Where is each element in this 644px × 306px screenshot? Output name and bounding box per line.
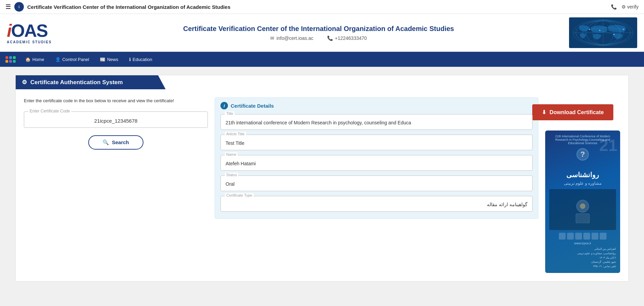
section-top-row: ⚙ Certificate Authentication System <box>16 75 628 89</box>
header: iOAS ACADEMIC STUDIES Certificate Verifi… <box>0 14 644 52</box>
search-icon: 🔍 <box>103 139 109 146</box>
email-icon: ✉ <box>270 35 274 41</box>
svg-point-1 <box>573 20 633 46</box>
field-label-name: Name <box>225 152 237 156</box>
control-panel-icon: 👤 <box>55 57 61 62</box>
section-title-text: Certificate Authentication System <box>30 79 123 86</box>
instructions-text: Enter the certificate code in the box be… <box>24 97 208 105</box>
svg-point-10 <box>613 34 615 35</box>
svg-point-12 <box>623 29 624 30</box>
side-area: ⬇ Download Certificate 21th Internationa… <box>545 97 620 273</box>
hamburger-icon[interactable]: ☰ <box>5 3 11 11</box>
download-icon: ⬇ <box>542 109 546 116</box>
verify-icon[interactable]: ⚙ verify <box>622 4 639 10</box>
org-logo-small: i <box>14 2 24 12</box>
right-panel: i Certificate Details Title 21th interna… <box>215 97 538 273</box>
svg-line-8 <box>600 30 614 34</box>
field-label-cert-type: Certificate Type <box>225 193 254 197</box>
email-contact: ✉ info@cert.ioas.ac <box>270 35 313 41</box>
top-bar: ☰ i Certificate Verification Center of t… <box>0 0 644 14</box>
cert-details-box: i Certificate Details Title 21th interna… <box>215 97 538 219</box>
poster-url: www.icpce.ir <box>549 242 616 245</box>
search-button[interactable]: 🔍 Search <box>88 135 143 150</box>
nav-item-education[interactable]: ℹ Education <box>124 53 157 65</box>
poster-logos <box>549 233 616 240</box>
logo-o: O <box>11 21 24 41</box>
field-value-cert-type: گواهینامه ارائه مقاله <box>226 202 527 207</box>
field-article-title: Article Title Test Title <box>220 135 533 150</box>
logo-text: iOAS <box>7 22 47 40</box>
top-bar-icons: 📞 ⚙ verify <box>611 4 639 10</box>
svg-line-6 <box>589 28 608 29</box>
header-center: Certificate Verification Center of the I… <box>68 25 569 41</box>
question-mark: ? <box>577 148 589 160</box>
logo-area: iOAS ACADEMIC STUDIES <box>7 22 68 44</box>
cert-code-field: Enter Certificate Code <box>24 111 208 128</box>
svg-point-9 <box>599 30 600 31</box>
field-label-status: Status <box>225 173 238 177</box>
header-contacts: ✉ info@cert.ioas.ac 📞 +12246333470 <box>270 35 367 41</box>
field-label-title: Title <box>225 111 234 116</box>
conference-poster: 21th International Conference of Modern … <box>545 131 620 273</box>
news-icon: 📰 <box>100 57 105 62</box>
nav-item-home[interactable]: 🏠 Home <box>20 53 49 65</box>
field-value-status: Oral <box>226 181 527 187</box>
education-icon: ℹ <box>129 57 131 62</box>
cert-code-input[interactable] <box>29 118 203 124</box>
cert-code-label: Enter Certificate Code <box>28 109 71 113</box>
navigation: 🏠 Home 👤 Control Panel 📰 News ℹ Educatio… <box>0 52 644 67</box>
phone-contact-icon: 📞 <box>327 35 333 41</box>
cert-auth-section: ⚙ Certificate Authentication System Ente… <box>15 75 629 281</box>
poster-details-fa: کنفرانس بین المللی روانشناسی، مشاوره و ع… <box>549 247 616 269</box>
nav-dots-decoration <box>5 56 16 63</box>
logo-subtitle: ACADEMIC STUDIES <box>7 40 52 44</box>
field-value-article-title: Test Title <box>226 140 527 146</box>
poster-number: 21 <box>599 137 617 154</box>
main-content: ⚙ Certificate Authentication System Ente… <box>5 67 639 296</box>
world-map-image <box>569 17 637 48</box>
home-icon: 🏠 <box>25 57 31 62</box>
logo-i: i <box>7 21 11 41</box>
info-icon: i <box>220 102 228 109</box>
phone-contact: 📞 +12246333470 <box>327 35 367 41</box>
svg-line-7 <box>608 28 624 29</box>
top-right-area: ⬇ Download Certificate <box>545 97 620 127</box>
header-main-title: Certificate Verification Center of the I… <box>183 25 454 33</box>
field-value-title: 21th international conference of Modern … <box>226 120 527 125</box>
field-title: Title 21th international conference of M… <box>220 114 533 130</box>
section-title-bar: ⚙ Certificate Authentication System <box>16 75 166 89</box>
logo-s: S <box>36 21 47 41</box>
gear-icon: ⚙ <box>622 4 626 10</box>
download-certificate-button[interactable]: ⬇ Download Certificate <box>532 104 613 120</box>
svg-point-11 <box>589 29 590 30</box>
nav-item-control-panel[interactable]: 👤 Control Panel <box>50 53 94 65</box>
svg-rect-0 <box>569 17 637 48</box>
poster-image-area <box>549 189 616 230</box>
cert-details-header: i Certificate Details <box>220 102 533 109</box>
field-cert-type: Certificate Type گواهینامه ارائه مقاله <box>220 196 533 212</box>
svg-point-2 <box>583 20 624 46</box>
svg-rect-14 <box>576 214 589 223</box>
section-title-icon: ⚙ <box>22 79 27 86</box>
top-bar-title: Certificate Verification Center of the I… <box>27 4 608 10</box>
svg-point-3 <box>593 20 613 46</box>
left-panel: Enter the certificate code in the box be… <box>24 97 208 273</box>
poster-title-fa: روانشناسی <box>549 171 616 179</box>
field-status: Status Oral <box>220 175 533 191</box>
field-value-name: Atefeh Hatami <box>226 161 527 166</box>
nav-item-news[interactable]: 📰 News <box>95 53 123 65</box>
svg-point-15 <box>580 203 585 209</box>
phone-icon: 📞 <box>611 4 617 10</box>
field-label-article-title: Article Title <box>225 132 246 136</box>
poster-subtitle-fa: مشاوره و علوم تربیتی <box>549 181 616 186</box>
content-area: Enter the certificate code in the box be… <box>16 89 628 281</box>
logo-a: A <box>24 21 36 41</box>
field-name: Name Atefeh Hatami <box>220 155 533 171</box>
